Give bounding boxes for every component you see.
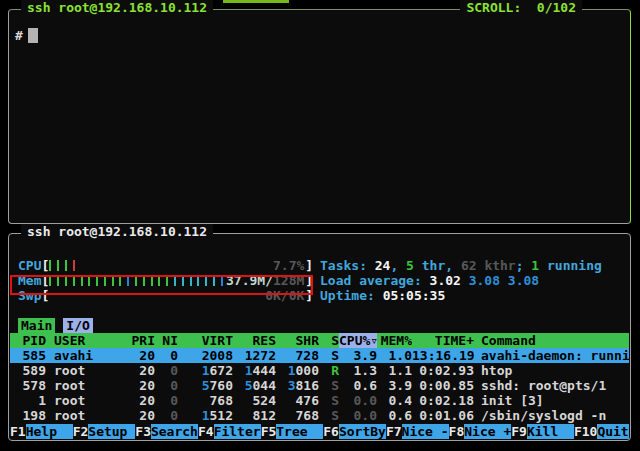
process-row[interactable]: 198root2001512812768S0.00.60:01.06/sbin/… — [10, 408, 629, 423]
column-header-shr[interactable]: SHR — [276, 333, 319, 348]
text-cursor — [28, 28, 38, 43]
fkey-button-nice+[interactable]: Nice + — [464, 424, 511, 439]
swp-meter-label: Swp — [18, 288, 41, 303]
function-key-bar: F1HelpF2SetupF3SearchF4FilterF5TreeF6Sor… — [10, 424, 629, 439]
shell-prompt[interactable]: # — [15, 28, 38, 43]
cpu-meter: CPU[7.7%]Tasks: 24, 5 thr, 62 kthr; 1 ru… — [10, 258, 629, 273]
column-header-res[interactable]: RES — [233, 333, 276, 348]
pane-bottom-title: ssh root@192.168.10.112 — [21, 224, 213, 240]
column-header-time[interactable]: TIME+ — [412, 333, 474, 348]
swp-meter-right-text: Uptime: 05:05:35 — [320, 288, 445, 303]
f2-key-label: F2 — [73, 424, 89, 439]
f8-key-label: F8 — [449, 424, 465, 439]
htop-tab-main[interactable]: Main — [18, 318, 55, 333]
column-header-cmd[interactable]: Command — [474, 333, 629, 348]
process-row[interactable]: 578root200576050443816S0.63.90:00.85sshd… — [10, 378, 629, 393]
fkey-button-kill[interactable]: Kill — [527, 424, 574, 439]
mem-meter: Mem[37.9M/128M]Load average: 3.02 3.08 3… — [10, 273, 629, 288]
htop-tab-io[interactable]: I/O — [63, 318, 92, 333]
f3-key-label: F3 — [135, 424, 151, 439]
fkey-button-search[interactable]: Search — [151, 424, 198, 439]
cpu-meter-label: CPU — [18, 258, 41, 273]
column-header-pri[interactable]: PRI — [129, 333, 155, 348]
column-header-s[interactable]: S — [319, 333, 339, 348]
column-header-mem[interactable]: MEM% — [377, 333, 412, 348]
mem-meter-label: Mem — [18, 273, 41, 288]
process-row[interactable]: 585avahi20020081272728S3.91.013:16.19ava… — [10, 348, 629, 363]
f5-key-label: F5 — [261, 424, 277, 439]
f7-key-label: F7 — [386, 424, 402, 439]
fkey-button-sortby[interactable]: SortBy — [339, 424, 386, 439]
f6-key-label: F6 — [323, 424, 339, 439]
fkey-button-setup[interactable]: Setup — [88, 424, 135, 439]
htop-screen: CPU[7.7%]Tasks: 24, 5 thr, 62 kthr; 1 ru… — [10, 258, 629, 439]
column-header-virt[interactable]: VIRT — [178, 333, 233, 348]
swp-meter: Swp[0K/0K]Uptime: 05:05:35 — [10, 288, 629, 303]
pane-top-title: ssh root@192.168.10.112 — [21, 0, 213, 16]
scroll-indicator: SCROLL: 0/102 — [460, 0, 582, 16]
mem-meter-right-text: Load average: 3.02 3.08 3.08 — [320, 273, 539, 288]
top-edge-artifact-line — [223, 0, 289, 3]
terminal-pane-bottom[interactable]: ssh root@192.168.10.112 CPU[7.7%]Tasks: … — [8, 233, 631, 441]
process-table-header[interactable]: PIDUSERPRINIVIRTRESSHRSCPU%▿MEM%TIME+Com… — [10, 333, 629, 348]
terminal-pane-top[interactable]: ssh root@192.168.10.112 SCROLL: 0/102 # — [8, 9, 631, 224]
fkey-button-nice-[interactable]: Nice - — [402, 424, 449, 439]
process-row[interactable]: 589root200167214441000R1.31.10:02.93htop — [10, 363, 629, 378]
cpu-meter-right-text: Tasks: 24, 5 thr, 62 kthr; 1 running — [320, 258, 602, 273]
process-row[interactable]: 1root200768524476S0.00.40:02.18init [3] — [10, 393, 629, 408]
fkey-button-help[interactable]: Help — [26, 424, 73, 439]
column-header-user[interactable]: USER — [46, 333, 129, 348]
f9-key-label: F9 — [511, 424, 527, 439]
column-header-pid[interactable]: PID — [18, 333, 46, 348]
f1-key-label: F1 — [10, 424, 26, 439]
f4-key-label: F4 — [198, 424, 214, 439]
column-header-ni[interactable]: NI — [155, 333, 178, 348]
fkey-button-tree[interactable]: Tree — [276, 424, 323, 439]
fkey-button-filter[interactable]: Filter — [214, 424, 261, 439]
f10-key-label: F10 — [574, 424, 597, 439]
fkey-button-quit[interactable]: Quit — [597, 424, 629, 439]
column-header-cpu[interactable]: CPU%▿ — [339, 333, 377, 348]
